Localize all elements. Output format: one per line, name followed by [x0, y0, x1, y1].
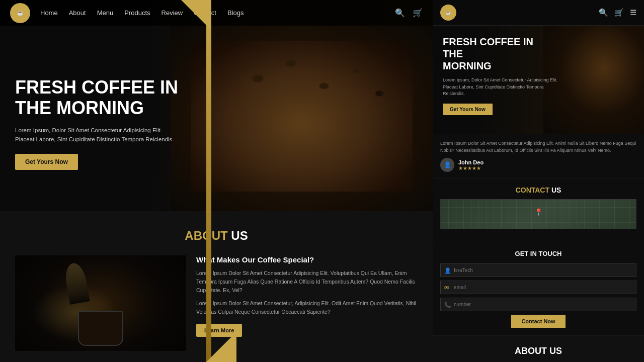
- navbar: ☕ Home About Menu Products Review Contac…: [0, 0, 433, 26]
- about-para2: Lorem Ipsum Dolor Sit Amet Consectetur, …: [196, 299, 418, 316]
- about-heading: What Makes Our Coffee Special?: [196, 255, 418, 264]
- right-menu-icon[interactable]: ☰: [630, 8, 636, 17]
- coffee-beans-image: [191, 41, 413, 192]
- right-hero-subtitle: Lorem ipsum, Dolor Sit Amet Consectetur …: [443, 77, 558, 98]
- map-placeholder: 📍: [440, 199, 636, 229]
- phone-input[interactable]: [440, 298, 636, 311]
- about-para1: Lorem Ipsum Dolor Sit Amet Consectetur A…: [196, 269, 418, 294]
- reviewer-avatar: 👤: [440, 158, 454, 172]
- nav-home[interactable]: Home: [40, 9, 58, 17]
- nav-links: Home About Menu Products Review Contact …: [40, 9, 395, 17]
- hero-subtitle: Lorem Ipsum, Dolor Sit Amet Consectetur …: [15, 126, 176, 144]
- about-title: ABOUT US: [15, 229, 418, 243]
- right-about-section: ABOUT US What Makes Our Coffee Special? …: [433, 335, 644, 362]
- nav-blogs[interactable]: Blogs: [227, 9, 244, 17]
- right-hero-title: FRESH COFFEE IN THE MORNING: [443, 36, 543, 72]
- nav-review[interactable]: Review: [162, 9, 183, 17]
- name-input[interactable]: [440, 263, 636, 277]
- right-about-title: ABOUT US: [440, 346, 636, 356]
- review-card: Lorem Ipsum Dolor Sit Amet Consectetur A…: [433, 134, 644, 178]
- coffee-mug: [78, 311, 123, 346]
- review-text: Lorem Ipsum Dolor Sit Amet Consectetur A…: [440, 140, 636, 154]
- hero-section: FRESH COFFEE IN THE MORNING Lorem Ipsum,…: [0, 0, 433, 211]
- right-logo[interactable]: ☕: [440, 5, 456, 21]
- reviewer-name: John Deo: [458, 159, 484, 165]
- contact-now-button[interactable]: Contact Now: [511, 315, 565, 328]
- right-hero: FRESH COFFEE IN THE MORNING Lorem ipsum,…: [433, 26, 644, 134]
- right-panel: ☕ 🔍 🛒 ☰ FRESH COFFEE IN THE MORNING Lore…: [433, 0, 644, 362]
- map-pin: 📍: [534, 208, 543, 216]
- reviewer-info: 👤 John Deo ★★★★★: [440, 158, 636, 172]
- gold-triangle-top: [181, 0, 211, 30]
- right-nav-icons: 🔍 🛒 ☰: [599, 8, 636, 17]
- right-hero-cta-button[interactable]: Get Yours Now: [443, 104, 493, 115]
- right-hero-bg: [543, 26, 644, 134]
- email-icon: ✉: [444, 284, 449, 291]
- gold-divider: [206, 0, 211, 362]
- right-search-icon[interactable]: 🔍: [599, 8, 608, 17]
- right-navbar: ☕ 🔍 🛒 ☰: [433, 0, 644, 26]
- nav-about[interactable]: About: [69, 9, 86, 17]
- main-section: ☕ Home About Menu Products Review Contac…: [0, 0, 433, 362]
- phone-input-wrapper: 📞: [440, 298, 636, 311]
- nav-icons: 🔍 🛒: [395, 8, 423, 18]
- hero-title: FRESH COFFEE IN THE MORNING: [15, 77, 178, 119]
- reviewer-stars: ★★★★★: [458, 165, 484, 171]
- search-icon[interactable]: 🔍: [395, 8, 405, 18]
- get-in-touch-section: GET IN TOUCH 👤 ✉ 📞 Contact Now: [433, 242, 644, 335]
- nav-products[interactable]: Products: [124, 9, 150, 17]
- logo[interactable]: ☕: [10, 3, 30, 23]
- hero-cta-button[interactable]: Get Yours Now: [15, 154, 78, 170]
- about-image: [15, 255, 186, 351]
- hero-content: FRESH COFFEE IN THE MORNING Lorem Ipsum,…: [0, 57, 193, 180]
- contact-title: CONTACT US: [440, 186, 636, 194]
- name-input-wrapper: 👤: [440, 263, 636, 277]
- email-input[interactable]: [440, 281, 636, 294]
- cart-icon[interactable]: 🛒: [413, 8, 423, 18]
- email-input-wrapper: ✉: [440, 281, 636, 294]
- person-icon: 👤: [444, 267, 451, 274]
- nav-menu[interactable]: Menu: [97, 9, 114, 17]
- right-cart-icon[interactable]: 🛒: [614, 8, 624, 17]
- contact-section: CONTACT US 📍: [433, 178, 644, 242]
- gold-triangle-bottom: [206, 332, 236, 362]
- get-in-touch-title: GET IN TOUCH: [440, 250, 636, 257]
- phone-icon: 📞: [444, 301, 451, 308]
- reviewer-details: John Deo ★★★★★: [458, 159, 484, 171]
